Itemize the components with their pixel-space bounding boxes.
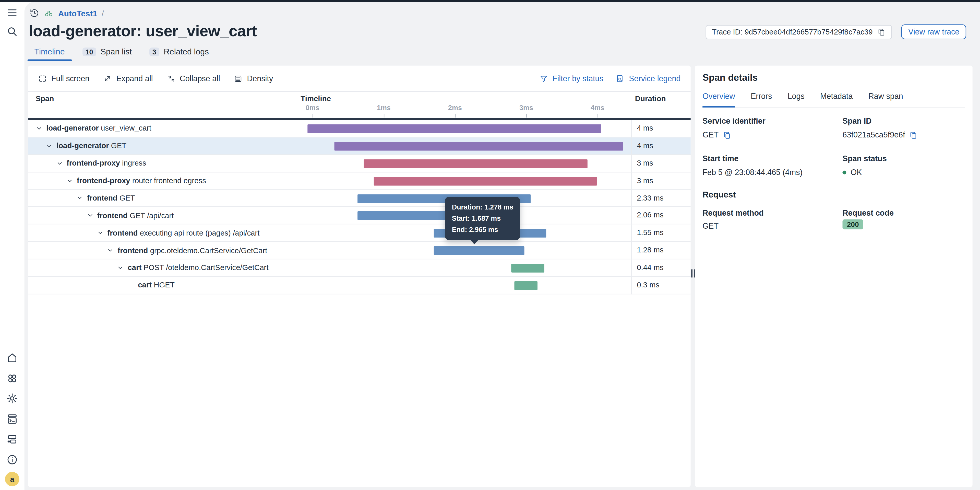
trace-id-pill[interactable]: Trace ID: 9d57cbee04df266577b75429f8c7ac… (706, 25, 892, 39)
span-duration: 0.44 ms (631, 259, 691, 277)
main-tabs: Timeline 10 Span list 3 Related logs (35, 47, 209, 61)
service-legend-button[interactable]: Service legend (616, 74, 681, 83)
home-icon[interactable] (6, 352, 18, 364)
user-avatar[interactable]: a (5, 472, 19, 486)
span-duration: 3 ms (631, 172, 691, 190)
view-raw-trace-button[interactable]: View raw trace (901, 24, 966, 39)
table-row[interactable]: frontend grpc.oteldemo.CartService/GetCa… (28, 242, 691, 259)
copy-icon[interactable] (878, 28, 886, 36)
history-icon[interactable] (29, 8, 39, 18)
span-bar[interactable] (511, 263, 544, 272)
table-row[interactable]: cart POST /oteldemo.CartService/GetCart … (28, 259, 691, 277)
binoculars-icon (44, 8, 54, 18)
legend-icon (616, 74, 625, 83)
span-bar[interactable] (334, 142, 623, 150)
span-operation: router frontend egress (132, 176, 206, 185)
status-ok-dot (842, 171, 846, 174)
span-details-panel: Span details Overview Errors Logs Metada… (695, 65, 973, 487)
span-label: frontend executing api route (pages) /ap… (28, 225, 691, 241)
chevron-down-icon[interactable] (97, 230, 104, 236)
chevron-down-icon[interactable] (117, 264, 124, 271)
request-section-title: Request (702, 190, 736, 200)
span-service: cart (128, 263, 142, 272)
span-status-value: OK (842, 168, 862, 177)
span-service: cart (138, 281, 152, 289)
chevron-down-icon[interactable] (76, 195, 83, 201)
breadcrumb-project-link[interactable]: AutoTest1 (58, 8, 97, 18)
span-label: cart POST /oteldemo.CartService/GetCart (28, 259, 691, 276)
span-operation: ingress (122, 159, 146, 168)
hamburger-menu-icon[interactable] (6, 7, 18, 19)
table-row[interactable]: cart HGET 0.3 ms (28, 277, 691, 294)
span-label: frontend-proxy ingress (28, 155, 691, 172)
span-bar[interactable] (514, 281, 538, 290)
gear-icon[interactable] (6, 393, 18, 404)
chevron-down-icon[interactable] (36, 125, 43, 132)
span-bar[interactable] (364, 159, 587, 168)
span-service: frontend (87, 194, 118, 202)
table-row[interactable]: frontend GET 2.33 ms (28, 190, 691, 207)
tab-overview[interactable]: Overview (702, 92, 735, 107)
tab-timeline[interactable]: Timeline (35, 47, 65, 61)
density-button[interactable]: Density (234, 74, 273, 83)
service-identifier-value: GET (702, 131, 731, 139)
span-bar[interactable] (374, 177, 597, 185)
span-operation: executing api route (pages) /api/cart (140, 229, 260, 237)
tab-related-logs[interactable]: 3 Related logs (149, 47, 209, 61)
table-row[interactable]: load-generator user_view_cart 4 ms (28, 120, 691, 137)
span-bar[interactable] (434, 229, 546, 238)
tab-span-list[interactable]: 10 Span list (82, 47, 132, 61)
span-bar[interactable] (358, 194, 531, 203)
table-row[interactable]: frontend-proxy ingress 3 ms (28, 155, 691, 172)
main-page: AutoTest1 / load-generator: user_view_ca… (24, 2, 980, 490)
chevron-down-icon[interactable] (107, 247, 114, 254)
table-row[interactable]: frontend GET /api/cart 2.06 ms (28, 207, 691, 225)
table-row[interactable]: frontend executing api route (pages) /ap… (28, 225, 691, 242)
panel-resize-handle[interactable] (691, 269, 695, 278)
log-count-badge: 3 (149, 47, 159, 56)
chevron-down-icon[interactable] (66, 177, 73, 184)
collapse-all-button[interactable]: Collapse all (167, 74, 220, 83)
chevron-down-icon[interactable] (46, 142, 52, 149)
span-service: frontend-proxy (77, 176, 130, 185)
app-viewport: a AutoTest1 / load-generator: user_view_… (0, 0, 980, 490)
fullscreen-icon (38, 74, 47, 83)
copy-icon[interactable] (910, 131, 918, 139)
filter-by-status-button[interactable]: Filter by status (539, 74, 603, 83)
apps-icon[interactable] (6, 372, 18, 384)
timeline-axis: 0ms1ms2ms3ms4ms (28, 92, 691, 119)
full-screen-button[interactable]: Full screen (38, 74, 89, 83)
span-duration: 3 ms (631, 155, 691, 172)
span-bar[interactable] (307, 124, 601, 133)
tab-errors[interactable]: Errors (751, 92, 772, 107)
request-code-value: 200 (842, 219, 863, 230)
span-details-title: Span details (702, 72, 757, 83)
info-icon[interactable] (6, 454, 18, 466)
span-service: frontend (108, 229, 138, 237)
span-duration: 4 ms (631, 137, 691, 155)
tab-metadata[interactable]: Metadata (820, 92, 853, 107)
table-row[interactable]: load-generator GET 4 ms (28, 137, 691, 155)
copy-icon[interactable] (723, 131, 731, 139)
chevron-down-icon[interactable] (56, 160, 63, 167)
tab-raw-span[interactable]: Raw span (869, 92, 903, 107)
span-service: load-generator (46, 124, 99, 132)
span-bar[interactable] (358, 212, 504, 220)
start-time-label: Start time (702, 154, 738, 163)
add-panel-icon[interactable] (6, 433, 18, 445)
span-rows: load-generator user_view_cart 4 ms load-… (28, 120, 691, 294)
tab-logs[interactable]: Logs (788, 92, 804, 107)
span-bar[interactable] (434, 246, 525, 255)
timeline-panel: Full screen Expand all Collapse all Dens… (28, 65, 691, 487)
trace-id-text: Trace ID: 9d57cbee04df266577b75429f8c7ac… (712, 27, 872, 36)
expand-icon (103, 74, 112, 83)
table-header: Span Timeline Duration 0ms1ms2ms3ms4ms (28, 92, 691, 119)
terminal-icon[interactable] (6, 413, 18, 425)
search-icon[interactable] (6, 26, 18, 37)
span-duration: 4 ms (631, 120, 691, 137)
status-code-badge: 200 (842, 219, 863, 230)
timeline-toolbar: Full screen Expand all Collapse all Dens… (28, 65, 691, 92)
chevron-down-icon[interactable] (87, 212, 94, 219)
expand-all-button[interactable]: Expand all (103, 74, 153, 83)
table-row[interactable]: frontend-proxy router frontend egress 3 … (28, 172, 691, 190)
